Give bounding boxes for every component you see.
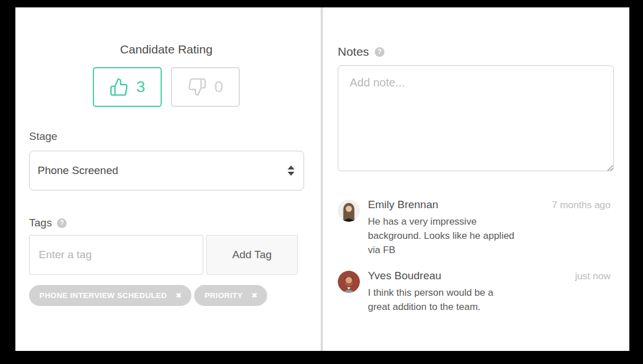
tag-input[interactable] (29, 235, 203, 275)
note-body: He has a very impressive background. Loo… (368, 214, 514, 257)
note-body: I think this person would be a great add… (368, 286, 493, 314)
tags-label-text: Tags (29, 217, 52, 229)
select-arrows-icon (288, 166, 294, 176)
rating-stage-tags-panel: Candidate Rating 3 0 Stage (15, 7, 321, 351)
screenshot-stage: Candidate Rating 3 0 Stage (0, 0, 643, 364)
avatar (338, 271, 360, 293)
thumbs-up-button[interactable]: 3 (93, 67, 162, 107)
note-author: Emily Brennan (368, 198, 439, 211)
notes-label: Notes ? (338, 45, 384, 59)
note-timestamp: just now (575, 271, 611, 282)
avatar (338, 200, 360, 222)
remove-tag-icon[interactable]: ✖ (251, 292, 257, 299)
tag-pill: PRIORITY ✖ (194, 285, 267, 306)
add-note-textarea[interactable] (338, 65, 614, 171)
tag-pill-label: PRIORITY (204, 291, 243, 300)
thumbs-up-icon (109, 77, 129, 97)
tags-label: Tags ? (29, 217, 67, 229)
remove-tag-icon[interactable]: ✖ (175, 292, 182, 299)
stage-label: Stage (29, 130, 58, 143)
tag-pill-label: PHONE INTERVIEW SCHEDULED (39, 291, 167, 300)
add-tag-button[interactable]: Add Tag (206, 235, 298, 275)
notes-help-icon[interactable]: ? (375, 47, 384, 57)
thumbs-down-button[interactable]: 0 (171, 67, 240, 107)
tag-pill-row: PHONE INTERVIEW SCHEDULED ✖ PRIORITY ✖ (29, 285, 267, 306)
stage-select[interactable]: Phone Screened (29, 151, 304, 191)
tags-help-icon[interactable]: ? (57, 218, 67, 228)
tag-pill: PHONE INTERVIEW SCHEDULED ✖ (29, 285, 191, 306)
candidate-rating-title: Candidate Rating (78, 43, 255, 56)
note-timestamp: 7 months ago (552, 200, 611, 211)
candidate-detail-card: Candidate Rating 3 0 Stage (15, 7, 629, 351)
thumbs-down-icon (187, 77, 207, 97)
notes-label-text: Notes (338, 45, 369, 59)
notes-panel: Notes ? (323, 7, 629, 351)
downvote-count: 0 (214, 78, 223, 96)
note-author: Yves Boudreau (368, 270, 441, 282)
stage-selected-value: Phone Screened (38, 164, 288, 177)
upvote-count: 3 (136, 78, 145, 96)
